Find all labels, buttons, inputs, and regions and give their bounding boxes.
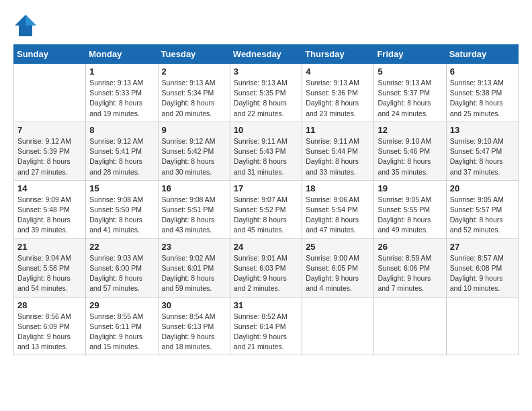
day-number: 25 [306, 242, 370, 252]
calendar-cell: 6Sunrise: 9:13 AM Sunset: 5:38 PM Daylig… [446, 64, 518, 122]
calendar-cell: 30Sunrise: 8:54 AM Sunset: 6:13 PM Dayli… [158, 297, 230, 355]
day-number: 28 [17, 300, 82, 310]
day-info: Sunrise: 9:11 AM Sunset: 5:44 PM Dayligh… [306, 136, 370, 177]
svg-marker-1 [26, 15, 36, 26]
day-number: 14 [17, 183, 82, 193]
day-number: 23 [162, 242, 226, 252]
day-info: Sunrise: 9:02 AM Sunset: 6:01 PM Dayligh… [162, 253, 226, 294]
calendar-cell: 27Sunrise: 8:57 AM Sunset: 6:08 PM Dayli… [446, 238, 518, 297]
calendar-cell: 12Sunrise: 9:10 AM Sunset: 5:46 PM Dayli… [374, 122, 446, 180]
calendar-cell: 5Sunrise: 9:13 AM Sunset: 5:37 PM Daylig… [374, 64, 446, 122]
calendar-cell: 2Sunrise: 9:13 AM Sunset: 5:34 PM Daylig… [158, 64, 230, 122]
calendar-cell: 18Sunrise: 9:06 AM Sunset: 5:54 PM Dayli… [302, 180, 374, 238]
day-info: Sunrise: 9:11 AM Sunset: 5:43 PM Dayligh… [234, 136, 298, 177]
day-info: Sunrise: 9:10 AM Sunset: 5:46 PM Dayligh… [378, 136, 442, 177]
day-number: 26 [378, 242, 442, 252]
week-row-4: 21Sunrise: 9:04 AM Sunset: 5:58 PM Dayli… [14, 238, 519, 297]
day-number: 27 [450, 242, 515, 252]
day-number: 21 [17, 242, 82, 252]
day-info: Sunrise: 9:12 AM Sunset: 5:39 PM Dayligh… [17, 136, 82, 177]
day-info: Sunrise: 9:06 AM Sunset: 5:54 PM Dayligh… [306, 195, 370, 236]
day-number: 17 [234, 183, 298, 193]
calendar-cell: 8Sunrise: 9:12 AM Sunset: 5:41 PM Daylig… [86, 122, 158, 180]
day-number: 12 [378, 125, 442, 135]
weekday-header-saturday: Saturday [446, 45, 518, 64]
day-info: Sunrise: 8:55 AM Sunset: 6:11 PM Dayligh… [89, 312, 154, 353]
day-number: 7 [17, 125, 82, 135]
day-info: Sunrise: 8:57 AM Sunset: 6:08 PM Dayligh… [450, 253, 515, 294]
calendar-cell: 22Sunrise: 9:03 AM Sunset: 6:00 PM Dayli… [86, 238, 158, 297]
day-info: Sunrise: 8:52 AM Sunset: 6:14 PM Dayligh… [234, 312, 298, 353]
calendar-cell: 20Sunrise: 9:05 AM Sunset: 5:57 PM Dayli… [446, 180, 518, 238]
day-number: 1 [89, 66, 154, 77]
calendar-cell: 7Sunrise: 9:12 AM Sunset: 5:39 PM Daylig… [14, 122, 86, 180]
day-number: 19 [378, 183, 442, 193]
calendar-cell [14, 64, 86, 122]
day-info: Sunrise: 8:56 AM Sunset: 6:09 PM Dayligh… [17, 312, 82, 353]
day-info: Sunrise: 9:08 AM Sunset: 5:50 PM Dayligh… [89, 195, 154, 236]
calendar-cell [446, 297, 518, 355]
calendar-cell: 9Sunrise: 9:12 AM Sunset: 5:42 PM Daylig… [158, 122, 230, 180]
header-row: SundayMondayTuesdayWednesdayThursdayFrid… [14, 45, 519, 64]
calendar-cell: 3Sunrise: 9:13 AM Sunset: 5:35 PM Daylig… [230, 64, 302, 122]
calendar-cell: 31Sunrise: 8:52 AM Sunset: 6:14 PM Dayli… [230, 297, 302, 355]
day-number: 5 [378, 66, 442, 77]
day-info: Sunrise: 9:05 AM Sunset: 5:55 PM Dayligh… [378, 195, 442, 236]
week-row-3: 14Sunrise: 9:09 AM Sunset: 5:48 PM Dayli… [14, 180, 519, 238]
weekday-header-friday: Friday [374, 45, 446, 64]
weekday-header-tuesday: Tuesday [158, 45, 230, 64]
calendar-cell: 11Sunrise: 9:11 AM Sunset: 5:44 PM Dayli… [302, 122, 374, 180]
day-info: Sunrise: 9:13 AM Sunset: 5:34 PM Dayligh… [162, 78, 226, 119]
day-info: Sunrise: 9:13 AM Sunset: 5:36 PM Dayligh… [306, 78, 370, 119]
weekday-header-thursday: Thursday [302, 45, 374, 64]
weekday-header-monday: Monday [86, 45, 158, 64]
day-info: Sunrise: 8:54 AM Sunset: 6:13 PM Dayligh… [162, 312, 226, 353]
day-number: 13 [450, 125, 515, 135]
calendar-table: SundayMondayTuesdayWednesdayThursdayFrid… [13, 44, 519, 355]
day-info: Sunrise: 9:08 AM Sunset: 5:51 PM Dayligh… [162, 195, 226, 236]
day-number: 31 [234, 300, 298, 310]
day-number: 2 [162, 66, 226, 77]
day-number: 22 [89, 242, 154, 252]
calendar-cell: 14Sunrise: 9:09 AM Sunset: 5:48 PM Dayli… [14, 180, 86, 238]
calendar-cell: 4Sunrise: 9:13 AM Sunset: 5:36 PM Daylig… [302, 64, 374, 122]
day-number: 29 [89, 300, 154, 310]
calendar-cell: 15Sunrise: 9:08 AM Sunset: 5:50 PM Dayli… [86, 180, 158, 238]
calendar-cell: 19Sunrise: 9:05 AM Sunset: 5:55 PM Dayli… [374, 180, 446, 238]
header [13, 13, 519, 38]
calendar-cell: 16Sunrise: 9:08 AM Sunset: 5:51 PM Dayli… [158, 180, 230, 238]
calendar-cell: 17Sunrise: 9:07 AM Sunset: 5:52 PM Dayli… [230, 180, 302, 238]
calendar-cell: 24Sunrise: 9:01 AM Sunset: 6:03 PM Dayli… [230, 238, 302, 297]
calendar-cell [302, 297, 374, 355]
day-info: Sunrise: 9:01 AM Sunset: 6:03 PM Dayligh… [234, 253, 298, 294]
day-number: 4 [306, 66, 370, 77]
day-number: 6 [450, 66, 515, 77]
day-info: Sunrise: 9:03 AM Sunset: 6:00 PM Dayligh… [89, 253, 154, 294]
day-number: 3 [234, 66, 298, 77]
calendar-cell: 28Sunrise: 8:56 AM Sunset: 6:09 PM Dayli… [14, 297, 86, 355]
day-info: Sunrise: 9:05 AM Sunset: 5:57 PM Dayligh… [450, 195, 515, 236]
calendar-cell: 26Sunrise: 8:59 AM Sunset: 6:06 PM Dayli… [374, 238, 446, 297]
week-row-1: 1Sunrise: 9:13 AM Sunset: 5:33 PM Daylig… [14, 64, 519, 122]
day-info: Sunrise: 9:13 AM Sunset: 5:35 PM Dayligh… [234, 78, 298, 119]
week-row-5: 28Sunrise: 8:56 AM Sunset: 6:09 PM Dayli… [14, 297, 519, 355]
day-number: 20 [450, 183, 515, 193]
day-info: Sunrise: 9:09 AM Sunset: 5:48 PM Dayligh… [17, 195, 82, 236]
day-info: Sunrise: 9:12 AM Sunset: 5:42 PM Dayligh… [162, 136, 226, 177]
calendar-cell: 25Sunrise: 9:00 AM Sunset: 6:05 PM Dayli… [302, 238, 374, 297]
day-info: Sunrise: 8:59 AM Sunset: 6:06 PM Dayligh… [378, 253, 442, 294]
day-info: Sunrise: 9:04 AM Sunset: 5:58 PM Dayligh… [17, 253, 82, 294]
logo [13, 13, 42, 38]
day-info: Sunrise: 9:13 AM Sunset: 5:37 PM Dayligh… [378, 78, 442, 119]
day-info: Sunrise: 9:00 AM Sunset: 6:05 PM Dayligh… [306, 253, 370, 294]
day-info: Sunrise: 9:10 AM Sunset: 5:47 PM Dayligh… [450, 136, 515, 177]
weekday-header-sunday: Sunday [14, 45, 86, 64]
day-info: Sunrise: 9:07 AM Sunset: 5:52 PM Dayligh… [234, 195, 298, 236]
week-row-2: 7Sunrise: 9:12 AM Sunset: 5:39 PM Daylig… [14, 122, 519, 180]
day-number: 30 [162, 300, 226, 310]
calendar-cell: 21Sunrise: 9:04 AM Sunset: 5:58 PM Dayli… [14, 238, 86, 297]
calendar-cell: 10Sunrise: 9:11 AM Sunset: 5:43 PM Dayli… [230, 122, 302, 180]
day-number: 24 [234, 242, 298, 252]
day-number: 15 [89, 183, 154, 193]
day-info: Sunrise: 9:12 AM Sunset: 5:41 PM Dayligh… [89, 136, 154, 177]
